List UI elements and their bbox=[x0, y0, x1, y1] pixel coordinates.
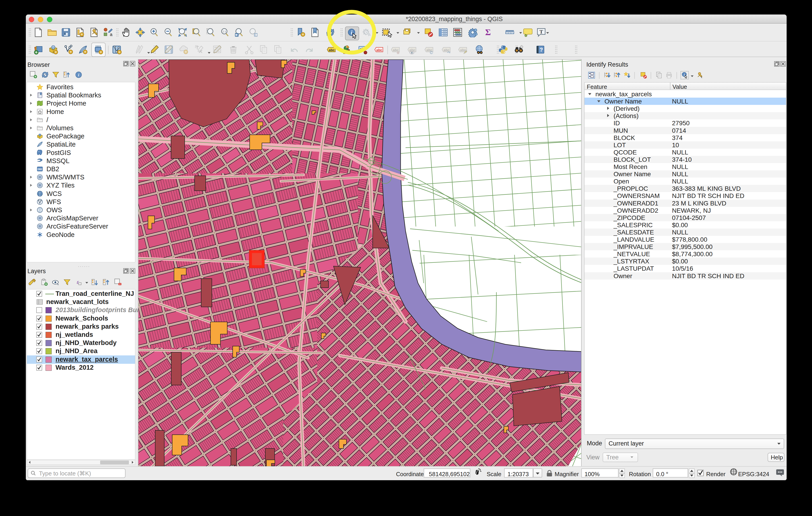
svg-text:DB2: DB2 bbox=[38, 168, 42, 171]
svg-text:abc: abc bbox=[409, 48, 415, 52]
svg-text:1:1: 1:1 bbox=[223, 30, 226, 33]
svg-text:✳: ✳ bbox=[84, 50, 87, 54]
svg-text:abc: abc bbox=[393, 48, 399, 52]
svg-text:i: i bbox=[78, 73, 79, 77]
svg-text:abc: abc bbox=[376, 48, 382, 52]
svg-text:✳: ✳ bbox=[69, 50, 72, 54]
svg-text:T: T bbox=[540, 29, 543, 35]
svg-text:?: ? bbox=[540, 47, 543, 53]
svg-text:✳: ✳ bbox=[99, 50, 102, 54]
svg-text:✳: ✳ bbox=[301, 33, 304, 36]
svg-text:Σ: Σ bbox=[485, 27, 491, 37]
svg-text:✳: ✳ bbox=[54, 50, 57, 54]
svg-text:✳: ✳ bbox=[184, 50, 187, 54]
svg-text:✳: ✳ bbox=[81, 33, 83, 36]
svg-text:abc: abc bbox=[444, 48, 450, 52]
svg-text:a: a bbox=[110, 32, 113, 37]
svg-text:✳: ✳ bbox=[118, 50, 121, 54]
svg-text:i: i bbox=[684, 73, 685, 77]
